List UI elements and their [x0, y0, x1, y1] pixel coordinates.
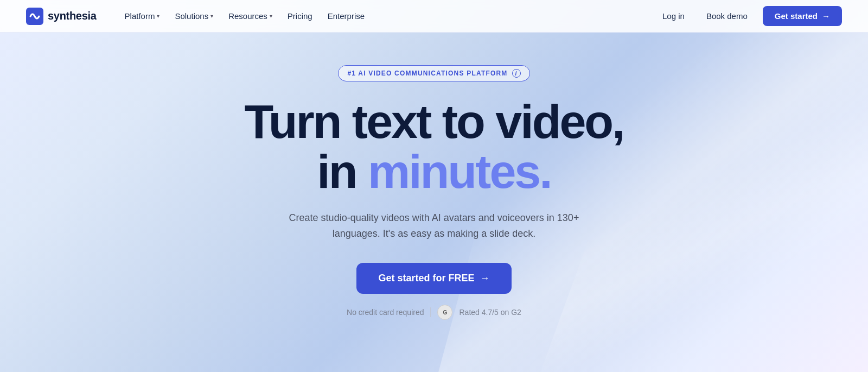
- hero-cta-label: Get started for FREE: [378, 273, 474, 284]
- nav-item-resources[interactable]: Resources ▾: [222, 8, 279, 24]
- social-proof-divider: [430, 307, 431, 317]
- logo-text: synthesia: [48, 10, 97, 22]
- platform-chevron-icon: ▾: [157, 13, 159, 19]
- hero-headline-line2: in minutes.: [317, 147, 551, 197]
- g2-rating-text: Rated 4.7/5 on G2: [459, 308, 521, 317]
- headline-minutes: minutes.: [368, 144, 551, 198]
- hero-cta-arrow-icon: →: [480, 273, 490, 284]
- nav-item-enterprise[interactable]: Enterprise: [321, 8, 371, 24]
- nav-solutions-label: Solutions: [175, 11, 208, 21]
- nav-platform-label: Platform: [125, 11, 155, 21]
- nav-get-started-arrow-icon: →: [822, 11, 830, 21]
- nav-links: Platform ▾ Solutions ▾ Resources ▾ Prici…: [118, 8, 656, 24]
- nav-item-pricing[interactable]: Pricing: [281, 8, 319, 24]
- g2-letter: G: [443, 310, 448, 316]
- headline-in-prefix: in: [317, 144, 368, 198]
- hero-badge: #1 AI VIDEO COMMUNICATIONS PLATFORM i: [338, 65, 529, 81]
- solutions-chevron-icon: ▾: [210, 13, 213, 19]
- hero-section: #1 AI VIDEO COMMUNICATIONS PLATFORM i Tu…: [0, 33, 868, 320]
- nav-get-started-label: Get started: [775, 11, 818, 21]
- book-demo-link[interactable]: Book demo: [700, 8, 754, 24]
- badge-text: #1 AI VIDEO COMMUNICATIONS PLATFORM: [347, 70, 507, 77]
- nav-pricing-label: Pricing: [288, 11, 312, 21]
- info-icon[interactable]: i: [512, 69, 521, 78]
- hero-headline-line1: Turn text to video,: [244, 97, 623, 147]
- nav-item-platform[interactable]: Platform ▾: [118, 8, 167, 24]
- login-link[interactable]: Log in: [656, 8, 691, 24]
- no-credit-card-text: No credit card required: [347, 308, 424, 317]
- nav-item-solutions[interactable]: Solutions ▾: [168, 8, 220, 24]
- nav-enterprise-label: Enterprise: [328, 11, 365, 21]
- hero-cta-button[interactable]: Get started for FREE →: [356, 263, 511, 294]
- nav-get-started-button[interactable]: Get started →: [763, 6, 842, 26]
- social-proof: No credit card required G Rated 4.7/5 on…: [347, 305, 521, 320]
- nav-resources-label: Resources: [228, 11, 267, 21]
- resources-chevron-icon: ▾: [270, 13, 272, 19]
- nav-right: Log in Book demo Get started →: [656, 6, 842, 26]
- navbar: synthesia Platform ▾ Solutions ▾ Resourc…: [0, 0, 868, 33]
- hero-subtext: Create studio-quality videos with AI ava…: [288, 210, 580, 242]
- synthesia-logo-icon: [26, 8, 43, 25]
- g2-badge-icon: G: [437, 305, 452, 320]
- logo[interactable]: synthesia: [26, 8, 97, 25]
